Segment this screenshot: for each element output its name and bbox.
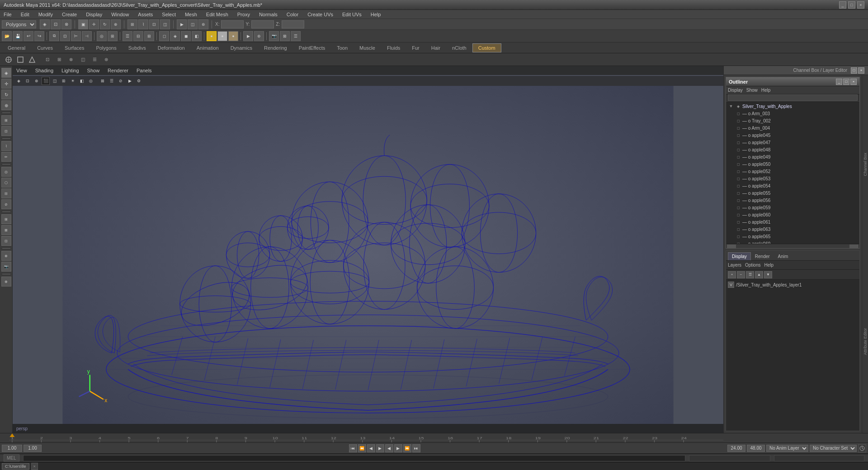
vp-menu-show[interactable]: Show: [85, 67, 102, 74]
outliner-item-apple059[interactable]: ◻ — o apple059: [726, 204, 859, 211]
layer-tab-anim[interactable]: Anim: [774, 252, 793, 260]
outliner-hscroll-left[interactable]: [727, 244, 736, 248]
go-start-btn[interactable]: ⏮: [349, 444, 357, 452]
minimize-button[interactable]: _: [839, 1, 846, 9]
paint-btn[interactable]: ⊗: [61, 19, 71, 29]
range-start-input[interactable]: [24, 445, 42, 452]
cb-close-btn[interactable]: ×: [858, 67, 864, 74]
mel-script-label[interactable]: MEL: [4, 454, 19, 462]
close-button[interactable]: ×: [857, 1, 864, 9]
next-key-btn[interactable]: ⏩: [403, 444, 411, 452]
tab-polygons[interactable]: Polygons: [90, 43, 122, 52]
current-time-input[interactable]: [2, 445, 22, 452]
vp-render-icon[interactable]: ▶: [126, 77, 134, 85]
shelf-icon-1[interactable]: [4, 55, 14, 65]
universal-manip-btn[interactable]: ⊞: [1, 115, 11, 125]
show-manip-btn[interactable]: ⊗: [1, 251, 11, 261]
vp-shading-icon[interactable]: ⊗: [33, 77, 41, 85]
extrude-btn[interactable]: ⊞: [1, 214, 11, 224]
shelf-icon-2[interactable]: [15, 55, 25, 65]
prev-key-btn[interactable]: ⏪: [358, 444, 366, 452]
menu-window[interactable]: Window: [109, 11, 131, 18]
taskbar-close-btn[interactable]: ×: [31, 463, 38, 470]
timeline[interactable]: 1 2 3 4 5 6 7 8 9: [0, 433, 868, 443]
tab-custom[interactable]: Custom: [472, 43, 501, 52]
bridge-btn[interactable]: ⊠: [1, 225, 11, 235]
menu-display[interactable]: Display: [84, 11, 104, 18]
go-end-btn[interactable]: ⏭: [412, 444, 420, 452]
time-prefs-btn[interactable]: [858, 444, 866, 452]
vp-menu-view[interactable]: View: [14, 67, 29, 74]
tab-animation[interactable]: Animation: [191, 43, 225, 52]
outliner-hscroll-right[interactable]: [849, 244, 859, 248]
snap-surface-btn[interactable]: ◫: [160, 19, 170, 29]
layer-menu-help[interactable]: Help: [764, 263, 774, 268]
menu-normals[interactable]: Normals: [257, 11, 279, 18]
tab-hair[interactable]: Hair: [425, 43, 446, 52]
strip-attribute-editor-label[interactable]: Attribute Editor: [863, 328, 868, 355]
play-fwd-btn[interactable]: ▶: [376, 444, 384, 452]
shelf-icon-9[interactable]: ⊛: [101, 55, 111, 65]
scale-btn[interactable]: ⊕: [1, 100, 11, 110]
layer-tab-display[interactable]: Display: [728, 252, 751, 260]
center-pivot-btn[interactable]: ◎: [97, 31, 107, 41]
menu-assets[interactable]: Assets: [136, 11, 155, 18]
channel-box-btn[interactable]: ☰: [291, 31, 301, 41]
vp-texture-icon[interactable]: ⊞: [60, 77, 68, 85]
outliner-item-apple069[interactable]: ◻ — o apple069: [726, 240, 859, 244]
shelf-icon-8[interactable]: ☰: [90, 55, 99, 65]
x-input[interactable]: [221, 20, 244, 28]
outliner-item-arm003[interactable]: ◻ — o Arm_003: [726, 110, 859, 117]
outliner-menu-show[interactable]: Show: [746, 88, 758, 93]
save-btn[interactable]: 💾: [13, 31, 23, 41]
outliner-item-apple055[interactable]: ◻ — o apple055: [726, 189, 859, 197]
layer-visibility-btn[interactable]: V: [728, 282, 734, 288]
undo-btn[interactable]: ↩: [24, 31, 33, 41]
outliner-menu-display[interactable]: Display: [728, 88, 743, 93]
move-btn[interactable]: ✛: [1, 79, 11, 89]
render-region-btn[interactable]: ◫: [188, 19, 198, 29]
ipr-btn[interactable]: ⊛: [198, 19, 208, 29]
menu-create[interactable]: Create: [60, 11, 79, 18]
outliner-item-apple056[interactable]: ◻ — o apple056: [726, 197, 859, 204]
rotate-btn[interactable]: ↻: [1, 89, 11, 99]
merge-btn[interactable]: ⊡: [1, 236, 11, 246]
attr-editor-btn[interactable]: ⊠: [280, 31, 290, 41]
sculpt-btn[interactable]: ◎: [1, 167, 11, 177]
taskbar-maya-item[interactable]: C:\Users\lle: [2, 463, 29, 470]
outliner-hscroll[interactable]: [726, 244, 859, 248]
light2-btn[interactable]: ●: [217, 31, 227, 41]
shelf-icon-3[interactable]: [27, 55, 37, 65]
outliner-item-apple050[interactable]: ◻ — o apple050: [726, 160, 859, 168]
vp-lights-icon[interactable]: ☀: [69, 77, 77, 85]
outliner-item-apple060[interactable]: ◻ — o apple060: [726, 211, 859, 218]
vp-menu-panels[interactable]: Panels: [135, 67, 154, 74]
tab-fluids[interactable]: Fluids: [381, 43, 406, 52]
menu-color[interactable]: Color: [285, 11, 300, 18]
maximize-button[interactable]: □: [848, 1, 855, 9]
group-btn[interactable]: ⧉: [49, 31, 59, 41]
vp-menu-lighting[interactable]: Lighting: [60, 67, 81, 74]
tab-ncloth[interactable]: nCloth: [446, 43, 472, 52]
menu-proxy[interactable]: Proxy: [236, 11, 252, 18]
menu-help[interactable]: Help: [369, 11, 383, 18]
tab-toon[interactable]: Toon: [331, 43, 354, 52]
vp-camera-icon[interactable]: ⊡: [24, 77, 32, 85]
render-btn[interactable]: ▶: [177, 19, 187, 29]
tab-surfaces[interactable]: Surfaces: [59, 43, 90, 52]
prev-frame-btn[interactable]: ◀: [367, 444, 375, 452]
tab-curves[interactable]: Curves: [31, 43, 59, 52]
menu-create-uvs[interactable]: Create UVs: [306, 11, 335, 18]
vp-grid-icon[interactable]: ⊠: [99, 77, 107, 85]
layer-up-btn[interactable]: ▲: [755, 271, 763, 278]
hide-unsel-btn[interactable]: ◧: [192, 31, 202, 41]
outliner-item-apple047[interactable]: ◻ — o apple047: [726, 139, 859, 146]
select-btn[interactable]: ◈: [1, 68, 11, 78]
layer-row-1[interactable]: V /Silver_Tray_with_Apples_layer1: [728, 281, 858, 289]
menu-file[interactable]: File: [2, 11, 14, 18]
menu-edit-mesh[interactable]: Edit Mesh: [204, 11, 230, 18]
shelf-icon-4[interactable]: ⊡: [42, 55, 52, 65]
layer-down-btn[interactable]: ▼: [764, 271, 772, 278]
lasso-btn[interactable]: ⊡: [51, 19, 61, 29]
move-tool-btn[interactable]: ✛: [89, 19, 99, 29]
